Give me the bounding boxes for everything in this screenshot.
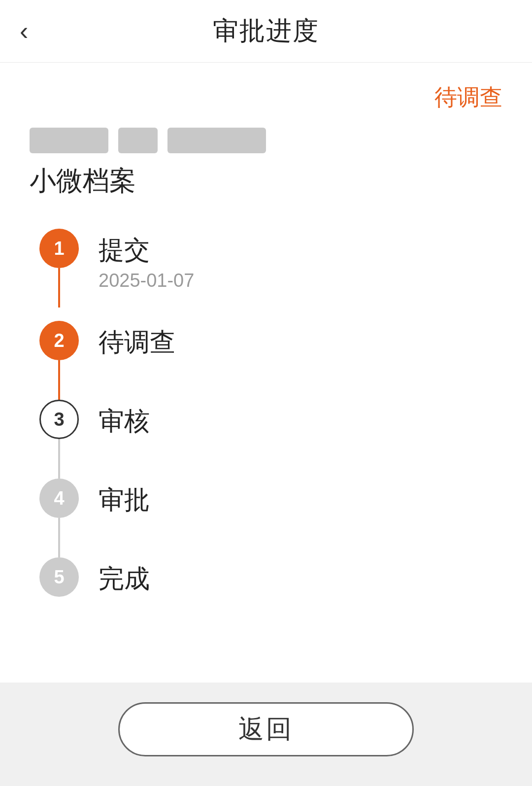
step-circle-3: 3 bbox=[39, 400, 79, 439]
step-circle-1: 1 bbox=[39, 229, 79, 268]
footer: 返回 bbox=[0, 683, 532, 786]
blurred-name-area bbox=[30, 128, 502, 153]
timeline-left-1: 1 bbox=[39, 229, 79, 308]
step-circle-2: 2 bbox=[39, 321, 79, 360]
step-title-2: 待调查 bbox=[99, 327, 502, 357]
step-circle-5: 5 bbox=[39, 557, 79, 597]
return-button[interactable]: 返回 bbox=[118, 702, 414, 756]
timeline: 1 提交 2025-01-07 2 待调查 3 bbox=[30, 229, 502, 604]
step-content-5: 完成 bbox=[99, 557, 502, 604]
blur-block-2 bbox=[118, 128, 158, 153]
step-title-5: 完成 bbox=[99, 563, 502, 594]
back-button[interactable]: ‹ bbox=[20, 18, 28, 44]
timeline-item-5: 5 完成 bbox=[39, 557, 502, 604]
blur-block-1 bbox=[30, 128, 108, 153]
step-title-3: 审核 bbox=[99, 406, 502, 436]
timeline-item-1: 1 提交 2025-01-07 bbox=[39, 229, 502, 321]
step-content-2: 待调查 bbox=[99, 321, 502, 387]
timeline-item-3: 3 审核 bbox=[39, 400, 502, 478]
status-badge: 待调查 bbox=[434, 82, 502, 113]
step-circle-4: 4 bbox=[39, 478, 79, 518]
blur-block-3 bbox=[167, 128, 266, 153]
step-title-4: 审批 bbox=[99, 484, 502, 515]
status-badge-row: 待调查 bbox=[30, 82, 502, 113]
timeline-left-3: 3 bbox=[39, 400, 79, 478]
timeline-line-3 bbox=[58, 439, 60, 478]
main-content: 待调查 小微档案 1 提交 2025-01-07 2 bbox=[0, 63, 532, 683]
step-content-1: 提交 2025-01-07 bbox=[99, 229, 502, 321]
timeline-line-1 bbox=[58, 268, 60, 308]
file-type-label: 小微档案 bbox=[30, 163, 502, 199]
page-title: 审批进度 bbox=[213, 14, 319, 48]
step-title-1: 提交 bbox=[99, 235, 502, 265]
timeline-left-5: 5 bbox=[39, 557, 79, 597]
timeline-left-2: 2 bbox=[39, 321, 79, 400]
timeline-item-4: 4 审批 bbox=[39, 478, 502, 557]
timeline-line-4 bbox=[58, 518, 60, 557]
timeline-left-4: 4 bbox=[39, 478, 79, 557]
timeline-item-2: 2 待调查 bbox=[39, 321, 502, 400]
step-content-4: 审批 bbox=[99, 478, 502, 545]
header: ‹ 审批进度 bbox=[0, 0, 532, 63]
timeline-line-2 bbox=[58, 360, 60, 400]
step-content-3: 审核 bbox=[99, 400, 502, 466]
step-date-1: 2025-01-07 bbox=[99, 270, 502, 291]
